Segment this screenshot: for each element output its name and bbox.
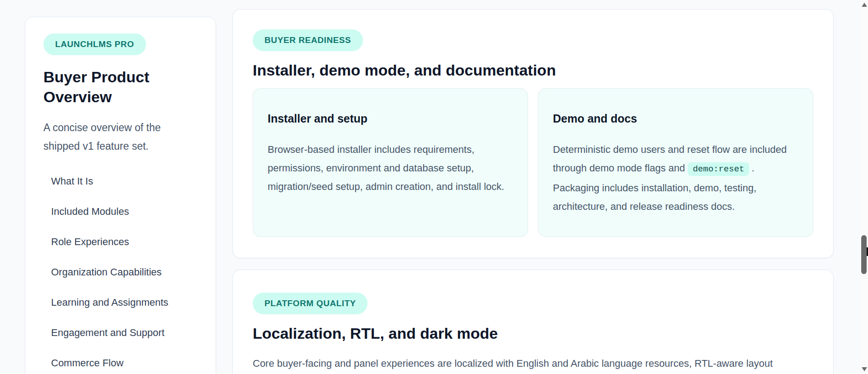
sidebar-product-badge: LAUNCHLMS PRO	[43, 33, 146, 55]
sidebar-title: Buyer Product Overview	[43, 67, 198, 107]
sidebar-description: A concise overview of the shipped v1 fea…	[43, 118, 198, 156]
feature-grid: Installer and setup Browser-based instal…	[253, 88, 813, 237]
sidebar-item-role-experiences[interactable]: Role Experiences	[51, 236, 198, 248]
scrollbar-down-icon[interactable]	[862, 367, 867, 371]
section-paragraph-localization: Core buyer-facing and panel experiences …	[253, 354, 813, 374]
section-badge-platform-quality: PLATFORM QUALITY	[253, 293, 368, 314]
section-heading-installer-demo-docs: Installer, demo mode, and documentation	[253, 61, 813, 79]
sidebar-item-organization-capabilities[interactable]: Organization Capabilities	[51, 266, 198, 278]
sidebar-item-commerce-flow[interactable]: Commerce Flow	[51, 357, 198, 369]
sidebar-link-learning-and-assignments[interactable]: Learning and Assignments	[51, 297, 168, 308]
demo-reset-code-chip: demo:reset	[688, 162, 749, 176]
sidebar-nav: What It Is Included Modules Role Experie…	[43, 175, 198, 369]
feature-body-installer-and-setup: Browser-based installer includes require…	[268, 140, 511, 196]
main-content: BUYER READINESS Installer, demo mode, an…	[232, 9, 834, 374]
sidebar-link-role-experiences[interactable]: Role Experiences	[51, 236, 129, 247]
scrollbar-thumb[interactable]	[861, 235, 867, 274]
section-platform-quality: PLATFORM QUALITY Localization, RTL, and …	[232, 270, 834, 374]
sidebar-link-commerce-flow[interactable]: Commerce Flow	[51, 357, 123, 369]
feature-body-demo-and-docs: Deterministic demo users and reset flow …	[553, 140, 797, 216]
sidebar-link-engagement-and-support[interactable]: Engagement and Support	[51, 327, 165, 338]
feature-title-installer-and-setup: Installer and setup	[268, 112, 511, 125]
sidebar-item-what-it-is[interactable]: What It Is	[51, 175, 198, 187]
sidebar-link-included-modules[interactable]: Included Modules	[51, 206, 129, 217]
sidebar-link-what-it-is[interactable]: What It Is	[51, 175, 93, 187]
sidebar-item-included-modules[interactable]: Included Modules	[51, 206, 198, 218]
section-heading-localization-rtl-dark-mode: Localization, RTL, and dark mode	[253, 324, 813, 342]
page-scrollbar[interactable]	[860, 0, 868, 374]
sidebar-link-organization-capabilities[interactable]: Organization Capabilities	[51, 266, 162, 278]
sidebar: LAUNCHLMS PRO Buyer Product Overview A c…	[25, 17, 216, 374]
sidebar-item-learning-and-assignments[interactable]: Learning and Assignments	[51, 297, 198, 308]
section-buyer-readiness: BUYER READINESS Installer, demo mode, an…	[232, 9, 834, 258]
feature-card-installer-and-setup: Installer and setup Browser-based instal…	[253, 88, 528, 237]
scrollbar-up-icon[interactable]	[862, 3, 867, 7]
section-badge-buyer-readiness: BUYER READINESS	[253, 29, 363, 51]
feature-title-demo-and-docs: Demo and docs	[553, 112, 797, 125]
sidebar-item-engagement-and-support[interactable]: Engagement and Support	[51, 327, 198, 339]
feature-card-demo-and-docs: Demo and docs Deterministic demo users a…	[538, 88, 813, 237]
